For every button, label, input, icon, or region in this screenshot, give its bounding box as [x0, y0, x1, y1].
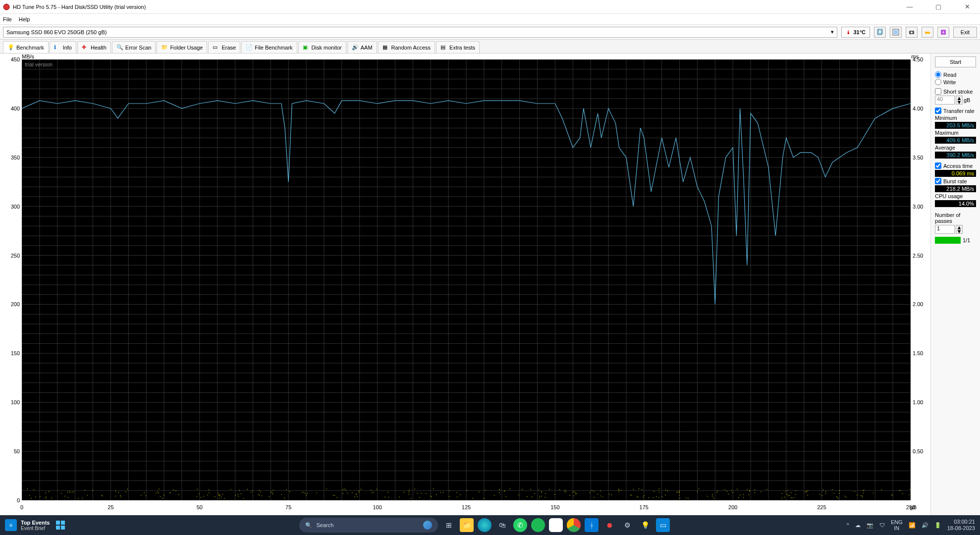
svg-rect-378: [825, 493, 826, 493]
svg-rect-228: [545, 493, 546, 494]
svg-rect-319: [473, 498, 473, 498]
svg-rect-404: [356, 494, 356, 495]
spotify-icon[interactable]: [531, 518, 545, 532]
taskview-icon[interactable]: ⊞: [442, 518, 456, 532]
save-button[interactable]: [937, 27, 949, 38]
svg-rect-115: [342, 489, 343, 490]
whatsapp-icon[interactable]: ✆: [513, 518, 527, 532]
svg-rect-390: [209, 489, 209, 490]
short-stroke-checkbox[interactable]: Short stroke: [935, 88, 976, 95]
tray-onedrive-icon[interactable]: ☁: [855, 522, 861, 529]
vscode-icon[interactable]: ⟊: [585, 518, 599, 532]
save-screenshot-button[interactable]: [906, 27, 918, 38]
tray-language[interactable]: ENG IN: [891, 519, 903, 531]
tab-file-benchmark[interactable]: 📄File Benchmark: [241, 41, 297, 53]
menubar: File Help: [0, 14, 980, 25]
tray-clock[interactable]: 03:00:21 18-08-2023: [947, 519, 975, 532]
write-radio[interactable]: Write: [935, 79, 976, 85]
explorer-icon[interactable]: 📁: [460, 518, 474, 532]
x-tick: 200: [728, 504, 737, 510]
tray-camera-icon[interactable]: 📷: [867, 522, 873, 529]
tab-extra-tests[interactable]: ▤Extra tests: [436, 41, 480, 53]
svg-rect-133: [343, 493, 343, 493]
svg-rect-368: [102, 496, 103, 496]
svg-rect-285: [846, 497, 847, 497]
burst-rate-checkbox[interactable]: Burst rate: [935, 178, 976, 184]
tab-random-access[interactable]: ▦Random Access: [378, 41, 435, 53]
x-tick: 150: [550, 504, 559, 510]
tray-volume-icon[interactable]: 🔊: [922, 522, 928, 529]
svg-rect-351: [68, 497, 68, 498]
svg-rect-144: [749, 490, 750, 490]
tray-security-icon[interactable]: 🛡: [879, 522, 885, 528]
tray-wifi-icon[interactable]: 📶: [909, 522, 916, 529]
options-button[interactable]: [922, 27, 933, 38]
menu-help[interactable]: Help: [19, 16, 30, 22]
start-button-taskbar[interactable]: [54, 518, 67, 532]
copy-screenshot-button[interactable]: [890, 27, 902, 38]
minimum-label: Minimum: [935, 115, 976, 121]
svg-rect-290: [594, 491, 594, 491]
svg-rect-256: [788, 495, 788, 496]
app-icon-2[interactable]: ▭: [656, 518, 670, 532]
access-time-checkbox[interactable]: Access time: [935, 162, 976, 169]
minimize-button[interactable]: —: [900, 3, 920, 10]
passes-stepper[interactable]: ▲▼: [956, 225, 963, 234]
svg-rect-303: [479, 492, 479, 492]
tab-erase[interactable]: ▭Erase: [208, 41, 240, 53]
search-placeholder: Search: [316, 522, 333, 528]
short-stroke-stepper[interactable]: ▲▼: [956, 96, 963, 105]
read-radio[interactable]: Read: [935, 71, 976, 78]
svg-rect-142: [432, 496, 432, 497]
short-stroke-input[interactable]: 40: [935, 96, 955, 105]
folder-icon: 📁: [161, 44, 168, 51]
svg-rect-130: [484, 498, 484, 499]
svg-rect-186: [679, 498, 680, 498]
svg-rect-340: [749, 494, 749, 495]
tab-folder-usage[interactable]: 📁Folder Usage: [157, 41, 207, 53]
chrome-icon[interactable]: [567, 518, 581, 532]
svg-rect-403: [27, 488, 28, 489]
tab-aam[interactable]: 🔊AAM: [347, 41, 377, 53]
passes-input[interactable]: 1: [935, 225, 955, 234]
slack-icon[interactable]: ❖: [549, 518, 563, 532]
svg-rect-366: [218, 495, 219, 496]
svg-rect-139: [361, 489, 361, 489]
exit-button[interactable]: Exit: [953, 27, 977, 38]
taskbar-widget[interactable]: ≡ Top Events Event Brief: [5, 519, 50, 531]
maximum-value: 409.6 MB/s: [935, 137, 976, 144]
recorder-icon[interactable]: ⏺: [602, 518, 616, 532]
svg-rect-405: [215, 496, 215, 497]
svg-rect-292: [359, 492, 359, 492]
svg-rect-112: [653, 497, 653, 498]
copy-info-button[interactable]: [874, 27, 886, 38]
tab-health[interactable]: ✚Health: [77, 41, 111, 53]
tab-error-scan[interactable]: 🔍Error Scan: [112, 41, 156, 53]
svg-rect-264: [334, 495, 335, 496]
transfer-rate-checkbox[interactable]: Transfer rate: [935, 107, 976, 114]
svg-rect-136: [791, 492, 791, 493]
svg-rect-217: [862, 497, 862, 497]
svg-rect-173: [665, 490, 666, 490]
tab-info[interactable]: ℹInfo: [50, 41, 76, 53]
close-button[interactable]: ✕: [957, 3, 977, 10]
menu-file[interactable]: File: [3, 16, 12, 22]
store-icon[interactable]: 🛍: [495, 518, 509, 532]
passes-label: Number of passes: [935, 212, 976, 224]
start-button[interactable]: Start: [935, 56, 976, 67]
svg-rect-278: [545, 497, 545, 497]
edge-icon[interactable]: [478, 518, 491, 532]
y-left-tick: 200: [0, 301, 20, 307]
settings-icon[interactable]: ⚙: [620, 518, 634, 532]
svg-rect-151: [782, 493, 782, 493]
maximize-button[interactable]: ▢: [928, 3, 948, 10]
tray-battery-icon[interactable]: 🔋: [934, 522, 941, 529]
taskbar-search[interactable]: 🔍 Search: [299, 518, 438, 533]
tray-chevron-icon[interactable]: ^: [847, 522, 849, 528]
tab-disk-monitor[interactable]: ▣Disk monitor: [298, 41, 346, 53]
benchmark-plot: trial version: [22, 59, 911, 500]
app-icon-1[interactable]: 💡: [638, 518, 652, 532]
drive-select[interactable]: Samsung SSD 860 EVO 250GB (250 gB) ▾: [3, 27, 837, 38]
svg-rect-329: [247, 489, 248, 489]
tab-benchmark[interactable]: 💡Benchmark: [3, 41, 49, 53]
